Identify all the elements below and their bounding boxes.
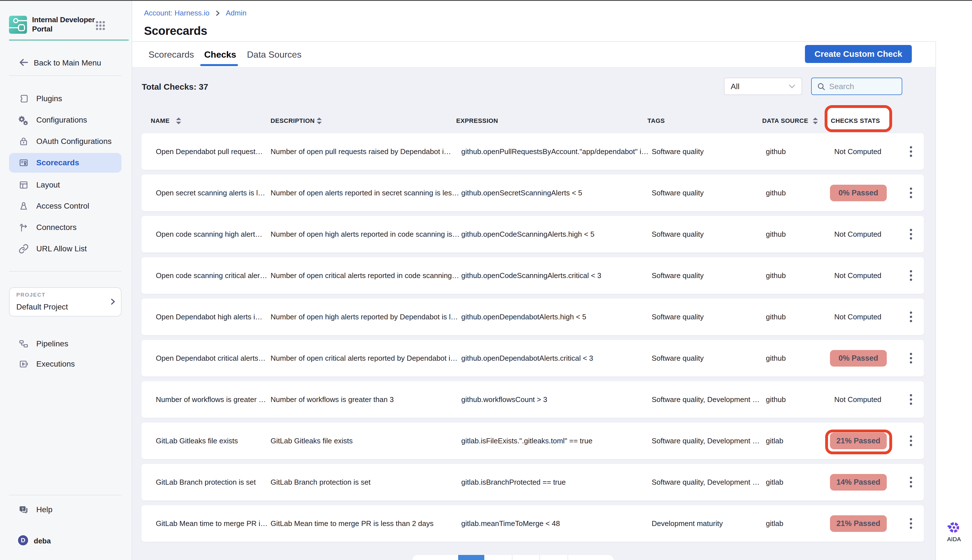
svg-text:?: ? [22, 507, 23, 511]
